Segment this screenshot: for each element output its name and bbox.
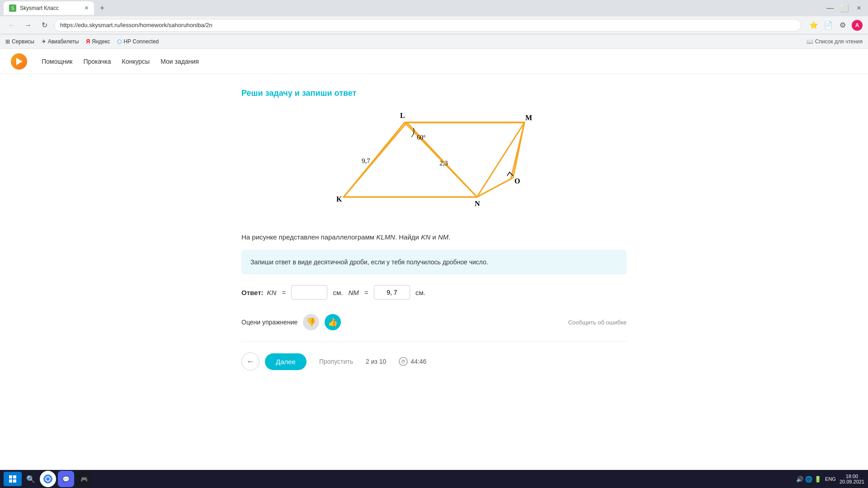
address-bar[interactable]	[54, 19, 801, 32]
answer-section: Ответ: KN = см. NM = см.	[241, 285, 627, 300]
browser-controls: ← → ↻ ⭐ 📄 ⚙ A	[0, 16, 868, 34]
rating-section: Оцени упражнение 👎 👍 Сообщить об ошибке	[241, 314, 627, 342]
figure-container: L M K N O 60° 9,7 2,3	[241, 109, 627, 217]
reload-btn[interactable]: ↻	[38, 19, 51, 32]
unit2: см.	[415, 289, 425, 296]
tab-close-btn[interactable]: ×	[85, 4, 89, 12]
bookmark-yandex[interactable]: Я Яндекс	[86, 38, 110, 45]
new-tab-btn[interactable]: +	[96, 2, 108, 14]
main-content: Реши задачу и запиши ответ	[231, 74, 637, 385]
unit1: см.	[333, 289, 343, 296]
extension-icon-2[interactable]: 📄	[823, 20, 834, 31]
nav-prokachka[interactable]: Прокачка	[83, 58, 111, 65]
side-23-label: 2,3	[439, 160, 448, 167]
back-nav-btn[interactable]: ←	[241, 352, 259, 371]
skip-link[interactable]: Пропустить	[319, 358, 353, 365]
browser-tab[interactable]: S Skysmart Класс ×	[4, 1, 94, 15]
bookmark-hp-connected[interactable]: ⬡ HP Connected	[117, 38, 159, 45]
kn-answer-input[interactable]	[291, 285, 327, 300]
svg-line-2	[344, 122, 405, 197]
answer-label: Ответ:	[241, 289, 264, 296]
report-error-link[interactable]: Сообщить об ошибке	[568, 319, 627, 326]
nav-pomoshnik[interactable]: Помощник	[42, 58, 72, 65]
like-btn[interactable]: 👍	[325, 314, 341, 330]
label-O: O	[514, 177, 520, 185]
nav-moi-zadania[interactable]: Мои задания	[160, 58, 199, 65]
nm-answer-input[interactable]	[374, 285, 410, 300]
browser-chrome: S Skysmart Класс × + — ⬜ × ← → ↻ ⭐ 📄 ⚙ A…	[0, 0, 868, 49]
kn-var: KN	[267, 289, 277, 296]
label-N: N	[475, 200, 480, 207]
timer-icon: ⏱	[399, 357, 408, 366]
bookmark-aviabilety[interactable]: ✈ Авиабилеты	[42, 38, 79, 45]
extension-icon-3[interactable]: ⚙	[837, 20, 848, 31]
reading-list-btn[interactable]: 📖 Список для чтения	[807, 38, 863, 45]
next-btn[interactable]: Далее	[265, 353, 307, 370]
yandex-icon: Я	[86, 38, 90, 45]
nav-konkursy[interactable]: Конкурсы	[122, 58, 150, 65]
nm-var: NM	[348, 289, 359, 296]
dislike-btn[interactable]: 👎	[303, 314, 319, 330]
forward-btn[interactable]: →	[22, 19, 34, 32]
hp-icon: ⬡	[117, 38, 122, 45]
label-L: L	[400, 112, 405, 119]
label-M: M	[525, 114, 532, 122]
maximize-btn[interactable]: ⬜	[839, 3, 850, 14]
plane-icon: ✈	[42, 38, 46, 45]
close-btn[interactable]: ×	[854, 3, 864, 14]
rating-label: Оцени упражнение	[241, 319, 297, 326]
hint-box: Запиши ответ в виде десятичной дроби, ес…	[241, 250, 627, 274]
parallelogram-name: KLMN	[376, 233, 395, 241]
nav-links: Помощник Прокачка Конкурсы Мои задания	[42, 58, 199, 65]
bookmark-services[interactable]: ⊞ Сервисы	[5, 38, 34, 45]
tab-bar: S Skysmart Класс × + — ⬜ ×	[0, 0, 868, 16]
task-title: Реши задачу и запиши ответ	[241, 89, 627, 98]
nm-label-inline: NM	[438, 233, 448, 241]
logo-triangle-icon	[16, 58, 23, 65]
side-97-label: 9,7	[362, 157, 370, 164]
problem-text: На рисунке представлен параллелограмм KL…	[241, 232, 627, 243]
back-btn[interactable]: ←	[5, 19, 18, 32]
bottom-nav: ← Далее Пропустить 2 из 10 ⏱ 44:46	[241, 352, 627, 371]
app-logo	[11, 53, 27, 70]
geometry-figure: L M K N O 60° 9,7 2,3	[316, 109, 552, 217]
angle-label: 60°	[417, 134, 426, 141]
timer: ⏱ 44:46	[399, 357, 426, 366]
bookmarks-bar: ⊞ Сервисы ✈ Авиабилеты Я Яндекс ⬡ HP Con…	[0, 34, 868, 49]
extension-icon-1[interactable]: ⭐	[808, 20, 819, 31]
profile-icon[interactable]: A	[852, 20, 863, 31]
kn-label-inline: KN	[421, 233, 430, 241]
tab-favicon: S	[9, 5, 16, 12]
label-K: K	[336, 195, 342, 203]
minimize-btn[interactable]: —	[825, 3, 835, 14]
browser-extension-icons: ⭐ 📄 ⚙ A	[808, 20, 863, 31]
progress-text: 2 из 10	[366, 358, 386, 365]
tab-title: Skysmart Класс	[20, 5, 81, 11]
app-nav: Помощник Прокачка Конкурсы Мои задания	[0, 49, 868, 74]
services-icon: ⊞	[5, 38, 10, 45]
